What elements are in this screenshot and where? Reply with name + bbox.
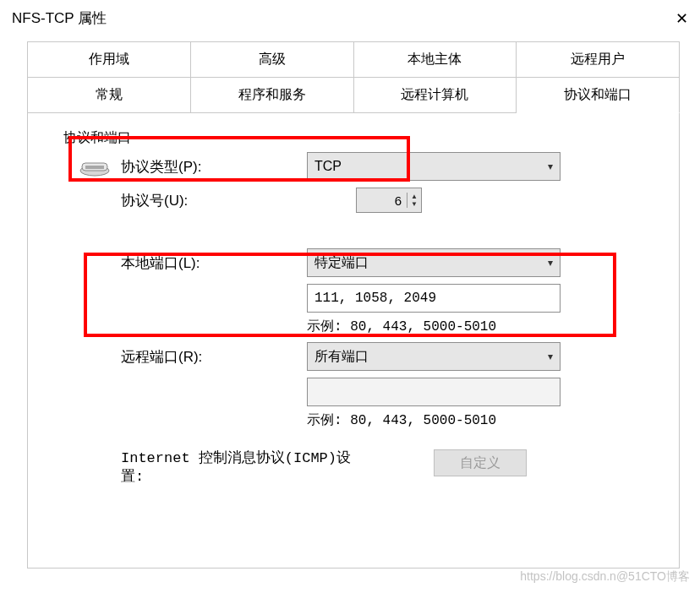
remote-port-label: 远程端口(R): (121, 347, 307, 367)
protocol-number-label: 协议号(U): (121, 191, 307, 210)
tabs-row-top: 作用域 高级 本地主体 远程用户 (27, 41, 680, 77)
tab-remote-users[interactable]: 远程用户 (517, 41, 680, 77)
tab-scope[interactable]: 作用域 (27, 41, 191, 77)
row-local-port-value: 111, 1058, 2049 (79, 284, 654, 313)
row-local-port-example: 示例: 80, 443, 5000-5010 (79, 318, 654, 335)
row-remote-port: 远程端口(R): 所有端口 ▾ (79, 342, 654, 371)
row-icmp: Internet 控制消息协议(ICMP)设置: 自定义 (79, 449, 654, 487)
remote-port-input[interactable] (307, 378, 561, 406)
tab-local-principal[interactable]: 本地主体 (354, 41, 517, 77)
tab-content: 协议和端口 协议类型(P): TCP ▾ (27, 112, 680, 569)
close-icon[interactable]: ✕ (675, 11, 688, 26)
row-protocol-number: 协议号(U): 6 ▲▼ (79, 188, 654, 213)
chevron-down-icon: ▾ (548, 160, 553, 172)
group-title: 协议和端口 (60, 129, 134, 147)
tabs-container: 作用域 高级 本地主体 远程用户 常规 程序和服务 远程计算机 协议和端口 协议… (0, 41, 700, 569)
tab-programs-services[interactable]: 程序和服务 (191, 77, 354, 113)
icmp-customize-button: 自定义 (434, 449, 527, 476)
local-port-input-value: 111, 1058, 2049 (314, 291, 436, 306)
protocol-type-value: TCP (314, 159, 342, 174)
local-port-example: 示例: 80, 443, 5000-5010 (307, 318, 654, 335)
icmp-label: Internet 控制消息协议(ICMP)设置: (121, 449, 358, 487)
protocol-type-label: 协议类型(P): (121, 157, 307, 177)
window-title: NFS-TCP 属性 (12, 8, 107, 28)
row-local-port: 本地端口(L): 特定端口 ▾ (79, 248, 654, 277)
row-remote-port-example: 示例: 80, 443, 5000-5010 (79, 411, 654, 429)
titlebar: NFS-TCP 属性 ✕ (0, 0, 700, 41)
row-protocol-type: 协议类型(P): TCP ▾ (79, 152, 654, 181)
row-remote-port-value (79, 378, 654, 406)
tab-general[interactable]: 常规 (27, 77, 191, 113)
remote-port-select-value: 所有端口 (314, 348, 369, 366)
protocol-type-select[interactable]: TCP ▾ (307, 152, 561, 181)
spinner-buttons[interactable]: ▲▼ (407, 193, 418, 208)
chevron-down-icon: ▾ (548, 351, 553, 362)
tab-advanced[interactable]: 高级 (191, 41, 354, 77)
protocol-icon (79, 156, 121, 177)
remote-port-select[interactable]: 所有端口 ▾ (307, 342, 561, 371)
tabs-row-bottom: 常规 程序和服务 远程计算机 协议和端口 (27, 77, 680, 113)
chevron-down-icon: ▾ (548, 257, 553, 269)
local-port-select-value: 特定端口 (314, 254, 369, 272)
tab-protocols-ports[interactable]: 协议和端口 (517, 77, 680, 113)
local-port-select[interactable]: 特定端口 ▾ (307, 248, 561, 277)
local-port-input[interactable]: 111, 1058, 2049 (307, 284, 561, 313)
form-area: 协议类型(P): TCP ▾ 协议号(U): 6 ▲▼ (79, 152, 654, 487)
local-port-label: 本地端口(L): (121, 253, 307, 273)
watermark: https://blog.csdn.n@51CTO博客 (520, 569, 690, 585)
protocol-number-value: 6 (395, 193, 402, 208)
tab-remote-computer[interactable]: 远程计算机 (354, 77, 517, 113)
protocol-number-spinner[interactable]: 6 ▲▼ (356, 188, 422, 213)
remote-port-example: 示例: 80, 443, 5000-5010 (307, 411, 654, 429)
